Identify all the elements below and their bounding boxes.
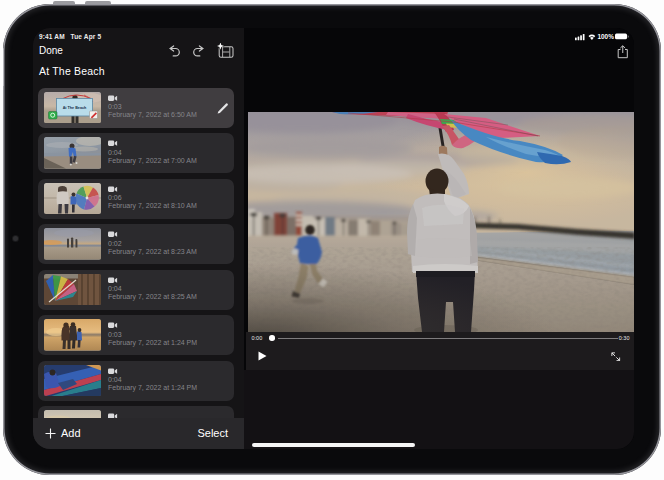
svg-text:At The Beach: At The Beach: [62, 106, 86, 110]
